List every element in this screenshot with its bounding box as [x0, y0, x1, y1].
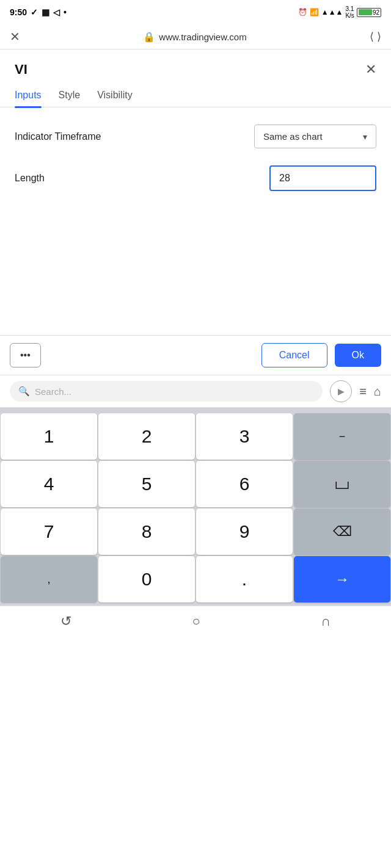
tab-visibility[interactable]: Visibility [97, 84, 133, 107]
length-label: Length [15, 173, 45, 184]
length-row: Length [15, 165, 376, 191]
key-3[interactable]: 3 [196, 413, 293, 460]
cancel-button[interactable]: Cancel [261, 343, 327, 367]
main-content: VI ✕ Inputs Style Visibility Indicator T… [0, 49, 391, 606]
tabs-container: Inputs Style Visibility [0, 84, 391, 107]
dialog-close-button[interactable]: ✕ [365, 62, 376, 78]
form-content: Indicator Timeframe Same as chart ▾ Leng… [0, 107, 391, 225]
key-enter[interactable]: → [294, 556, 390, 602]
key-8[interactable]: 8 [98, 508, 195, 555]
tab-style[interactable]: Style [59, 84, 81, 107]
lock-icon: 🔒 [143, 31, 155, 43]
check-icon: ✓ [31, 7, 38, 17]
home-button[interactable]: ⌂ [374, 385, 381, 399]
backspace-icon: ⌫ [333, 524, 352, 540]
battery-indicator: 92 [357, 8, 381, 17]
home-icon: ⌂ [374, 385, 381, 398]
browser-close-button[interactable]: ✕ [10, 29, 20, 44]
wifi-icon: ▲▲▲ [321, 8, 343, 16]
list-button[interactable]: ≡ [359, 385, 367, 399]
key-0[interactable]: 0 [98, 556, 195, 602]
share-button[interactable]: ⟨ ⟩ [370, 30, 381, 43]
content-spacer [0, 225, 391, 335]
search-placeholder: Search... [35, 386, 71, 397]
status-bar: 9:50 ✓ ▦ ◁ • ⏰ 📶 ▲▲▲ 3.1K/s 92 [0, 0, 391, 24]
dot-icon: • [64, 7, 67, 17]
search-box[interactable]: 🔍 Search... [10, 381, 323, 402]
length-input[interactable] [269, 165, 376, 191]
task-icon: ▦ [42, 7, 49, 17]
chevron-down-icon: ▾ [363, 132, 367, 142]
status-time: 9:50 [10, 7, 27, 17]
url-bar[interactable]: 🔒 www.tradingview.com [27, 31, 362, 43]
key-dot[interactable]: . [196, 556, 293, 602]
status-left: 9:50 ✓ ▦ ◁ • [10, 7, 67, 17]
timeframe-value: Same as chart [263, 131, 323, 142]
key-5[interactable]: 5 [98, 461, 195, 507]
browser-bar: ✕ 🔒 www.tradingview.com ⟨ ⟩ [0, 24, 391, 49]
play-button[interactable]: ▶ [330, 380, 352, 402]
space-icon: ⌴ [335, 476, 349, 493]
alarm-icon: ⏰ [298, 8, 307, 16]
key-6[interactable]: 6 [196, 461, 293, 507]
nav-home-button[interactable]: ○ [192, 613, 200, 629]
toolbar-row: 🔍 Search... ▶ ≡ ⌂ [0, 375, 391, 408]
ok-button[interactable]: Ok [335, 344, 381, 367]
more-dots: ••• [20, 350, 31, 361]
play-icon: ▶ [338, 386, 345, 396]
dialog-title: VI [15, 62, 27, 78]
key-comma[interactable]: , [1, 556, 97, 602]
more-button[interactable]: ••• [10, 343, 41, 367]
key-backspace[interactable]: ⌫ [294, 508, 390, 555]
tab-inputs[interactable]: Inputs [15, 84, 42, 107]
key-minus[interactable]: − [294, 413, 390, 460]
key-space[interactable]: ⌴ [294, 461, 390, 507]
keyboard-row-3: 7 8 9 ⌫ [0, 508, 391, 555]
bottom-nav: ↺ ○ ∩ [0, 606, 391, 637]
battery-level: 92 [373, 9, 379, 16]
keyboard-row-4: , 0 . → [0, 555, 391, 603]
key-9[interactable]: 9 [196, 508, 293, 555]
nav-back-button[interactable]: ↺ [60, 613, 71, 629]
url-text: www.tradingview.com [159, 32, 246, 42]
numeric-keyboard: 1 2 3 − 4 5 6 ⌴ 7 8 9 ⌫ , 0 . → [0, 408, 391, 606]
timeframe-label: Indicator Timeframe [15, 131, 101, 142]
timeframe-row: Indicator Timeframe Same as chart ▾ [15, 125, 376, 148]
dialog-header: VI ✕ [0, 49, 391, 84]
status-right: ⏰ 📶 ▲▲▲ 3.1K/s 92 [298, 5, 381, 19]
keyboard-row-1: 1 2 3 − [0, 413, 391, 460]
list-icon: ≡ [359, 385, 367, 398]
send-icon: ◁ [53, 7, 60, 17]
timeframe-dropdown[interactable]: Same as chart ▾ [254, 125, 376, 148]
action-bar: ••• Cancel Ok [0, 335, 391, 375]
enter-arrow-icon: → [335, 571, 349, 588]
key-7[interactable]: 7 [1, 508, 97, 555]
key-4[interactable]: 4 [1, 461, 97, 507]
key-2[interactable]: 2 [98, 413, 195, 460]
nav-recent-button[interactable]: ∩ [321, 613, 331, 629]
search-icon: 🔍 [18, 386, 30, 397]
key-1[interactable]: 1 [1, 413, 97, 460]
keyboard-row-2: 4 5 6 ⌴ [0, 460, 391, 508]
signal-icon: 📶 [310, 8, 319, 16]
speed-text: 3.1K/s [345, 5, 354, 19]
